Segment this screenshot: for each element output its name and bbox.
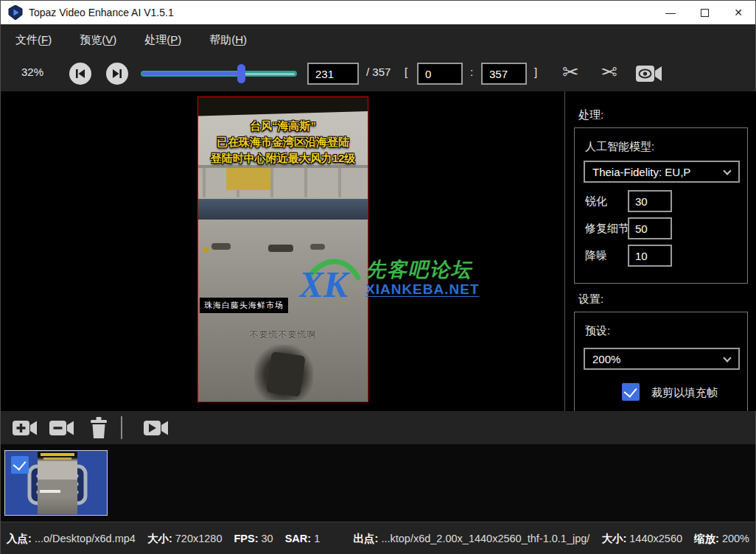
status-sar: SAR: 1 <box>285 533 321 544</box>
main-area: 台风“海高斯” 已在珠海市金湾区沿海登陆 登陆时中心附近最大风力12级 珠海白藤… <box>1 91 755 411</box>
current-frame-input[interactable] <box>307 63 359 85</box>
menu-file[interactable]: 文件(F) <box>11 30 56 50</box>
thumb-caption-stripe <box>40 490 60 493</box>
ai-model-value: Theia-Fidelity: EU,P <box>592 166 690 178</box>
video-roof-band <box>197 97 368 116</box>
video-thumbnail-selected[interactable] <box>4 450 108 516</box>
thumb-headline-stripe <box>41 453 74 456</box>
sharpen-label: 锐化 <box>585 194 607 208</box>
preview-camera-icon[interactable] <box>636 65 662 83</box>
svg-text:K: K <box>323 264 351 303</box>
window-title: Topaz Video Enhance AI V1.5.1 <box>29 7 174 18</box>
sharpen-input[interactable] <box>628 190 672 212</box>
menu-preview[interactable]: 预览(V) <box>75 30 121 50</box>
video-car <box>211 243 231 250</box>
restore-detail-label: 修复细节 <box>585 222 629 236</box>
settings-panel: 处理: 人工智能模型: Theia-Fidelity: EU,P 锐化 修复细节… <box>565 91 756 411</box>
status-input-size: 大小: 720x1280 <box>147 532 223 546</box>
preset-value: 200% <box>592 353 620 365</box>
delete-trash-icon[interactable] <box>89 417 108 438</box>
restore-detail-input[interactable] <box>628 217 672 239</box>
bracket-open: [ <box>405 66 407 78</box>
timeline-handle[interactable] <box>237 64 245 83</box>
video-bridge <box>198 165 368 197</box>
preset-dropdown[interactable]: 200% <box>584 348 740 370</box>
status-scale: 缩放: 200% <box>694 532 749 546</box>
crop-to-fill-label: 裁剪以填充帧 <box>651 386 718 400</box>
video-location-tag: 珠海白藤头海鲜市场 <box>200 298 288 313</box>
close-button[interactable]: ✕ <box>721 1 755 24</box>
xk-logo-icon: X K <box>299 254 361 303</box>
status-outpoint: 出点: ...ktop/x6d_2.00x_1440x2560_thf-1.0.… <box>354 532 590 546</box>
zoom-level: 32% <box>21 66 43 78</box>
video-headline: 台风“海高斯” 已在珠海市金湾区沿海登陆 登陆时中心附近最大风力12级 <box>198 118 368 166</box>
title-bar: Topaz Video Enhance AI V1.5.1 — ✕ <box>1 1 755 24</box>
watermark-site-url: XIANKEBA.NET <box>365 281 480 298</box>
video-action-bar <box>1 411 755 444</box>
maximize-icon <box>701 9 709 17</box>
video-debris <box>266 351 305 397</box>
playback-toolbar: 32% / 357 [ : ] ✂ ✂ <box>1 56 755 91</box>
thumbnail-strip <box>1 444 755 522</box>
menu-bar: 文件(F) 预览(V) 处理(P) 帮助(H) <box>1 24 755 56</box>
processing-header: 处理: <box>578 108 603 122</box>
maximize-button[interactable] <box>687 1 721 24</box>
bracket-close: ] <box>534 66 537 78</box>
watermark-forum-name: 先客吧论坛 <box>365 259 480 281</box>
timeline-remaining <box>244 73 295 75</box>
video-car <box>268 245 293 252</box>
preset-group: 预设: 200% 裁剪以填充帧 <box>574 312 748 411</box>
status-bar: 入点: ...o/Desktop/x6d.mp4 大小: 720x1280 FP… <box>1 522 755 554</box>
status-inpoint: 入点: ...o/Desktop/x6d.mp4 <box>7 532 136 546</box>
skip-to-start-button[interactable] <box>69 63 91 85</box>
thumbnail-image <box>38 452 77 514</box>
video-yellow-sign <box>226 168 270 190</box>
total-frames-label: / 357 <box>366 66 391 78</box>
video-car <box>203 248 209 253</box>
ai-model-group: 人工智能模型: Theia-Fidelity: EU,P 锐化 修复细节 降噪 <box>574 127 748 284</box>
skip-to-end-button[interactable] <box>106 63 128 85</box>
crop-to-fill-checkbox[interactable] <box>622 383 640 401</box>
skip-end-icon <box>112 69 122 79</box>
menu-help[interactable]: 帮助(H) <box>205 30 251 50</box>
action-bar-divider <box>121 416 122 439</box>
status-output-size: 大小: 1440x2560 <box>601 532 682 546</box>
thumbnail-checkbox[interactable] <box>11 456 29 474</box>
app-window: Topaz Video Enhance AI V1.5.1 — ✕ 文件(F) … <box>0 0 756 554</box>
trim-separator: : <box>470 66 473 78</box>
video-blue-wall <box>198 199 368 220</box>
skip-start-icon <box>75 69 85 79</box>
trim-end-scissors-icon[interactable]: ✂ <box>601 60 617 84</box>
remove-video-icon[interactable] <box>49 418 74 438</box>
chevron-down-icon <box>723 354 731 362</box>
settings-header: 设置: <box>578 292 603 306</box>
process-video-icon[interactable] <box>144 418 169 438</box>
add-video-icon[interactable] <box>13 418 38 438</box>
trim-start-scissors-icon[interactable]: ✂ <box>562 60 579 84</box>
video-caption: 不要慌不要慌啊 <box>198 329 368 341</box>
menu-process[interactable]: 处理(P) <box>140 30 186 50</box>
ai-model-dropdown[interactable]: Theia-Fidelity: EU,P <box>584 161 740 183</box>
svg-text:X: X <box>299 264 325 303</box>
thumb-headline-stripe <box>43 457 71 460</box>
trim-end-input[interactable] <box>481 63 527 85</box>
chevron-down-icon <box>723 166 731 175</box>
preset-label: 预设: <box>585 324 610 338</box>
status-fps: FPS: 30 <box>234 533 273 544</box>
denoise-label: 降噪 <box>585 249 607 263</box>
minimize-button[interactable]: — <box>654 1 687 24</box>
app-logo-icon <box>8 5 23 20</box>
timeline-slider[interactable] <box>141 71 297 77</box>
denoise-input[interactable] <box>628 245 672 267</box>
ai-model-label: 人工智能模型: <box>585 140 654 154</box>
video-car <box>310 244 325 250</box>
window-controls: — ✕ <box>654 1 755 24</box>
forum-watermark: X K 先客吧论坛 XIANKEBA.NET <box>299 254 480 303</box>
trim-start-input[interactable] <box>417 63 463 85</box>
timeline-played <box>142 72 242 75</box>
video-preview: 台风“海高斯” 已在珠海市金湾区沿海登陆 登陆时中心附近最大风力12级 珠海白藤… <box>197 97 368 402</box>
